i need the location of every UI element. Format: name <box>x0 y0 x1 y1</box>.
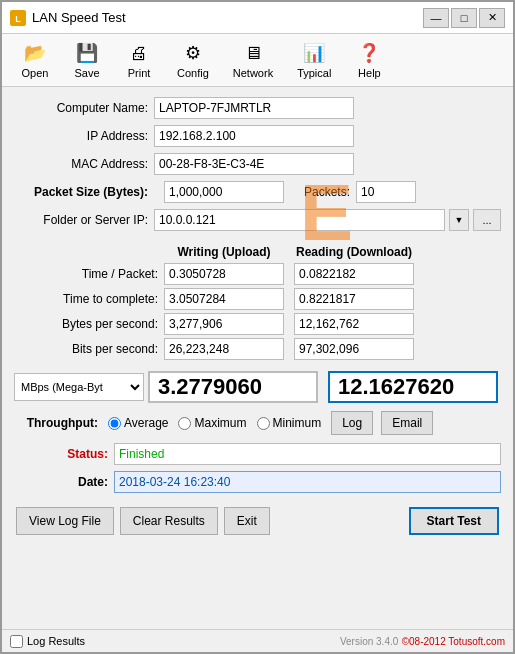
results-header-row: Writing (Upload) Reading (Download) <box>14 245 501 259</box>
version-number: Version 3.4.0 <box>340 636 398 647</box>
help-button[interactable]: ❓ Help <box>344 38 394 82</box>
throughput-label: Throughput: <box>14 416 104 430</box>
save-button[interactable]: 💾 Save <box>62 38 112 82</box>
bytes-per-sec-write[interactable] <box>164 313 284 335</box>
minimum-label: Minimum <box>273 416 322 430</box>
bytes-per-sec-label: Bytes per second: <box>14 317 164 331</box>
date-input[interactable] <box>114 471 501 493</box>
mbps-row: MBps (Mega-Byt <box>14 371 501 403</box>
bits-per-sec-write[interactable] <box>164 338 284 360</box>
ip-address-label: IP Address: <box>14 129 154 143</box>
open-icon: 📂 <box>23 41 47 65</box>
window-title: LAN Speed Test <box>32 10 417 25</box>
average-radio-item[interactable]: Average <box>108 416 168 430</box>
packet-size-input[interactable] <box>164 181 284 203</box>
time-complete-read[interactable] <box>294 288 414 310</box>
date-row: Date: <box>14 471 501 493</box>
copyright-text: ©08-2012 Totusoft.com <box>402 636 505 647</box>
packets-label: Packets: <box>304 185 350 199</box>
bytes-per-sec-row: Bytes per second: <box>14 313 501 335</box>
time-per-packet-label: Time / Packet: <box>14 267 164 281</box>
bits-per-sec-row: Bits per second: <box>14 338 501 360</box>
time-per-packet-read[interactable] <box>294 263 414 285</box>
app-icon: L <box>10 10 26 26</box>
print-icon: 🖨 <box>127 41 151 65</box>
time-per-packet-row: Time / Packet: <box>14 263 501 285</box>
status-input[interactable] <box>114 443 501 465</box>
config-button[interactable]: ⚙ Config <box>166 38 220 82</box>
start-test-button[interactable]: Start Test <box>409 507 499 535</box>
write-header: Writing (Upload) <box>164 245 284 259</box>
throughput-row: Throughput: Average Maximum Minimum Log … <box>14 411 501 435</box>
read-header: Reading (Download) <box>294 245 414 259</box>
results-header-spacer <box>14 245 164 259</box>
help-label: Help <box>358 67 381 79</box>
throughput-radio-group: Average Maximum Minimum <box>108 416 321 430</box>
packet-size-label: Packet Size (Bytes): <box>14 185 154 199</box>
open-label: Open <box>22 67 49 79</box>
minimize-button[interactable]: — <box>423 8 449 28</box>
network-icon: 🖥 <box>241 41 265 65</box>
computer-name-label: Computer Name: <box>14 101 154 115</box>
maximum-radio[interactable] <box>178 417 191 430</box>
ip-address-row: IP Address: <box>14 125 501 147</box>
packets-input[interactable] <box>356 181 416 203</box>
log-results-checkbox[interactable] <box>10 635 23 648</box>
ip-address-input[interactable] <box>154 125 354 147</box>
mac-address-row: MAC Address: <box>14 153 501 175</box>
toolbar: 📂 Open 💾 Save 🖨 Print ⚙ Config 🖥 Network… <box>2 34 513 87</box>
maximize-button[interactable]: □ <box>451 8 477 28</box>
folder-row: Folder or Server IP: ▼ ... <box>14 209 501 231</box>
log-results-checkbox-label[interactable]: Log Results <box>10 635 85 648</box>
time-per-packet-write[interactable] <box>164 263 284 285</box>
minimum-radio-item[interactable]: Minimum <box>257 416 322 430</box>
folder-label: Folder or Server IP: <box>14 213 154 227</box>
network-button[interactable]: 🖥 Network <box>222 38 284 82</box>
view-log-button[interactable]: View Log File <box>16 507 114 535</box>
svg-text:L: L <box>15 14 21 24</box>
clear-results-button[interactable]: Clear Results <box>120 507 218 535</box>
mac-address-input[interactable] <box>154 153 354 175</box>
unit-selector[interactable]: MBps (Mega-Byt <box>14 373 144 401</box>
folder-input[interactable] <box>154 209 445 231</box>
results-table: Writing (Upload) Reading (Download) Time… <box>14 245 501 363</box>
title-bar: L LAN Speed Test — □ ✕ <box>2 2 513 34</box>
mbps-read-value[interactable] <box>328 371 498 403</box>
footer-buttons: View Log File Clear Results Exit Start T… <box>14 507 501 535</box>
bytes-per-sec-read[interactable] <box>294 313 414 335</box>
close-button[interactable]: ✕ <box>479 8 505 28</box>
status-row: Status: <box>14 443 501 465</box>
mac-address-label: MAC Address: <box>14 157 154 171</box>
time-complete-row: Time to complete: <box>14 288 501 310</box>
status-label: Status: <box>14 447 114 461</box>
computer-name-row: Computer Name: <box>14 97 501 119</box>
version-text: Version 3.4.0 ©08-2012 Totusoft.com <box>340 634 505 648</box>
log-button[interactable]: Log <box>331 411 373 435</box>
main-window: L LAN Speed Test — □ ✕ 📂 Open 💾 Save 🖨 P… <box>0 0 515 654</box>
print-button[interactable]: 🖨 Print <box>114 38 164 82</box>
log-results-label: Log Results <box>27 635 85 647</box>
bits-per-sec-read[interactable] <box>294 338 414 360</box>
config-icon: ⚙ <box>181 41 205 65</box>
date-label: Date: <box>14 475 114 489</box>
network-label: Network <box>233 67 273 79</box>
packet-size-row: Packet Size (Bytes): Packets: <box>14 181 501 203</box>
typical-icon: 📊 <box>302 41 326 65</box>
folder-input-group: ▼ ... <box>154 209 501 231</box>
average-radio[interactable] <box>108 417 121 430</box>
typical-label: Typical <box>297 67 331 79</box>
computer-name-input[interactable] <box>154 97 354 119</box>
folder-browse-button[interactable]: ... <box>473 209 501 231</box>
minimum-radio[interactable] <box>257 417 270 430</box>
maximum-radio-item[interactable]: Maximum <box>178 416 246 430</box>
folder-dropdown-button[interactable]: ▼ <box>449 209 469 231</box>
typical-button[interactable]: 📊 Typical <box>286 38 342 82</box>
mbps-write-value[interactable] <box>148 371 318 403</box>
time-complete-write[interactable] <box>164 288 284 310</box>
help-icon: ❓ <box>357 41 381 65</box>
open-button[interactable]: 📂 Open <box>10 38 60 82</box>
content-area: E Computer Name: IP Address: MAC Address… <box>2 87 513 627</box>
print-label: Print <box>128 67 151 79</box>
email-button[interactable]: Email <box>381 411 433 435</box>
exit-button[interactable]: Exit <box>224 507 270 535</box>
